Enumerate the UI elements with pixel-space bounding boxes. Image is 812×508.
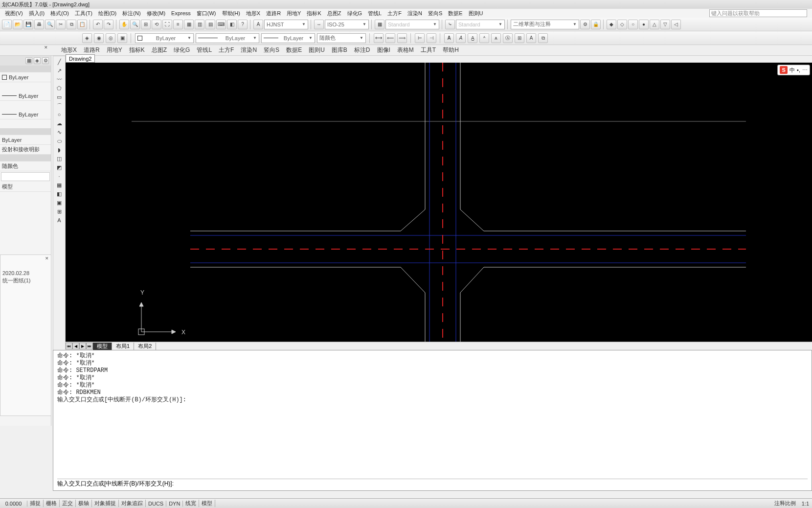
- menu-pipe[interactable]: 管线L: [365, 10, 384, 17]
- lineweight-combo[interactable]: ByLayer▼: [261, 33, 315, 43]
- rtab-terrain[interactable]: 地形X: [58, 46, 80, 54]
- zoom-extent-icon[interactable]: ⛶: [162, 20, 172, 29]
- block-icon[interactable]: ◫: [54, 154, 64, 163]
- menu-render[interactable]: 渲染N: [405, 10, 425, 17]
- calc-icon[interactable]: ⌨: [216, 20, 226, 29]
- linetype-combo[interactable]: ByLayer▼: [196, 33, 259, 43]
- status-dyn[interactable]: DYN: [166, 501, 183, 507]
- text-style-icon[interactable]: A: [253, 20, 263, 29]
- rtab-earth[interactable]: 土方F: [215, 46, 237, 54]
- txt2-icon[interactable]: A: [456, 33, 466, 43]
- tab-layout2[interactable]: 布局2: [134, 343, 156, 350]
- spline-icon[interactable]: ∿: [54, 128, 64, 137]
- rtab-data[interactable]: 数据E: [283, 46, 305, 54]
- coord-readout[interactable]: 0.0000: [0, 501, 27, 507]
- txt1-icon[interactable]: A: [444, 33, 454, 43]
- tab-prev-icon[interactable]: ◀: [72, 343, 79, 349]
- table-icon[interactable]: ⊞: [54, 207, 64, 216]
- rtab-lib[interactable]: 图库B: [328, 46, 351, 54]
- menu-data[interactable]: 数据E: [445, 10, 465, 17]
- menu-road[interactable]: 道路R: [263, 10, 284, 17]
- ext6-icon[interactable]: ▽: [660, 20, 670, 29]
- close-icon[interactable]: ✕: [45, 256, 49, 261]
- menu-help[interactable]: 帮助(H): [219, 10, 243, 17]
- rtab-img[interactable]: 图像I: [374, 46, 394, 54]
- status-ducs[interactable]: DUCS: [146, 501, 166, 507]
- ext7-icon[interactable]: ◁: [671, 20, 681, 29]
- rtab-help[interactable]: 帮助H: [439, 46, 462, 54]
- rtab-pipe[interactable]: 管线L: [193, 46, 215, 54]
- menu-format[interactable]: 格式(O): [47, 10, 72, 17]
- status-grid[interactable]: 栅格: [44, 500, 60, 507]
- rtab-plan[interactable]: 图则U: [305, 46, 328, 54]
- table-style-icon[interactable]: ▦: [375, 20, 384, 29]
- pan-icon[interactable]: ✋: [119, 20, 129, 29]
- panel-btn1-icon[interactable]: ▦: [25, 57, 32, 64]
- dim3-icon[interactable]: ⟹: [397, 33, 407, 43]
- rtab-tbl[interactable]: 表格M: [394, 46, 417, 54]
- dim5-icon[interactable]: ⊣: [427, 33, 436, 43]
- txt5-icon[interactable]: ᴀ: [491, 33, 501, 43]
- layer-states-icon[interactable]: ▣: [117, 33, 127, 43]
- rtab-land[interactable]: 用地Y: [103, 46, 126, 54]
- zoom-window-icon[interactable]: ⊞: [141, 20, 151, 29]
- workspace-combo[interactable]: 二维草图与注释▼: [511, 20, 579, 29]
- zoom-realtime-icon[interactable]: 🔍: [130, 20, 140, 29]
- shadow-row[interactable]: 投射和接收明影: [0, 145, 51, 155]
- revcloud-icon[interactable]: ☁: [54, 119, 64, 128]
- mtext-icon[interactable]: A: [54, 216, 64, 225]
- layer-iso-icon[interactable]: ◎: [106, 33, 115, 43]
- hatch-icon[interactable]: ▦: [54, 181, 64, 189]
- help-search-input[interactable]: 键入问题以获取帮助: [709, 9, 807, 17]
- dim1-icon[interactable]: ⟷: [374, 33, 383, 43]
- rtab-vert[interactable]: 竖向S: [260, 46, 283, 54]
- ext5-icon[interactable]: △: [650, 20, 659, 29]
- rtab-green[interactable]: 绿化G: [170, 46, 193, 54]
- tool4-icon[interactable]: ◧: [227, 20, 237, 29]
- txt9-icon[interactable]: ⧉: [538, 33, 548, 43]
- menu-tools[interactable]: 工具(T): [72, 10, 95, 17]
- color-combo[interactable]: ByLayer▼: [135, 33, 194, 43]
- print-icon[interactable]: 🖶: [34, 20, 44, 29]
- circle-icon[interactable]: ○: [54, 110, 64, 119]
- gradient-icon[interactable]: ◧: [54, 189, 64, 198]
- region-icon[interactable]: ▣: [54, 198, 64, 207]
- zoom-prev-icon[interactable]: ⟲: [152, 20, 161, 29]
- tab-last-icon[interactable]: ⏭: [86, 343, 93, 349]
- color-input[interactable]: [1, 172, 50, 181]
- ws-lock-icon[interactable]: 🔒: [591, 20, 601, 29]
- ws-settings-icon[interactable]: ⚙: [580, 20, 590, 29]
- status-lw[interactable]: 线宽: [183, 500, 199, 507]
- tree-sheet[interactable]: 统一图纸(1): [2, 277, 49, 285]
- txt8-icon[interactable]: A: [526, 33, 536, 43]
- status-polar[interactable]: 极轴: [76, 500, 92, 507]
- menu-earth[interactable]: 土方F: [384, 10, 405, 17]
- tree-date[interactable]: 2020.02.28: [2, 270, 49, 277]
- menu-view[interactable]: 视图(V): [2, 10, 26, 17]
- lineweight-row[interactable]: ByLayer: [0, 110, 51, 119]
- tab-next-icon[interactable]: ▶: [79, 343, 86, 349]
- text-style-combo[interactable]: HJNST▼: [264, 20, 308, 29]
- tbl-icon[interactable]: ▦: [184, 20, 194, 29]
- prop-icon[interactable]: ≡: [173, 20, 183, 29]
- ellipse-icon[interactable]: ⬭: [54, 137, 64, 145]
- menu-plan[interactable]: 图则U: [466, 10, 486, 17]
- drawing-canvas[interactable]: X Y S 中 •, ⋯: [66, 63, 812, 342]
- menu-insert[interactable]: 插入(I): [26, 10, 47, 17]
- rtab-road[interactable]: 道路R: [80, 46, 103, 54]
- redo-icon[interactable]: ↷: [104, 20, 113, 29]
- menu-land[interactable]: 用地Y: [284, 10, 304, 17]
- menu-master[interactable]: 总图Z: [324, 10, 344, 17]
- layer-prev-icon[interactable]: ◉: [94, 33, 104, 43]
- paste-icon[interactable]: 📋: [77, 20, 87, 29]
- dim-style-icon[interactable]: ↔: [314, 20, 324, 29]
- point-icon[interactable]: ·: [54, 172, 64, 181]
- ellipse-arc-icon[interactable]: ◗: [54, 145, 64, 154]
- print-style-row[interactable]: ByLayer: [0, 135, 51, 145]
- tab-model[interactable]: 模型: [93, 343, 112, 350]
- tool3-icon[interactable]: ▤: [205, 20, 215, 29]
- table-style-combo[interactable]: Standard▼: [385, 20, 439, 29]
- ext1-icon[interactable]: ◆: [607, 20, 616, 29]
- menu-draw[interactable]: 绘图(D): [95, 10, 119, 17]
- new-icon[interactable]: 📄: [2, 20, 12, 29]
